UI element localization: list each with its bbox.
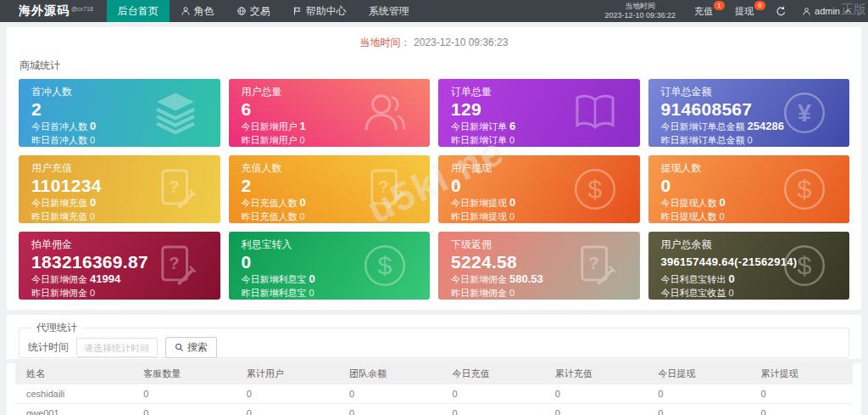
table-header-row: 姓名客服数量累计用户团队余额今日充值累计充值今日提现累计提现: [15, 363, 853, 384]
card-subline-label: 今日新增提现: [451, 198, 507, 208]
card-subline-value: 0: [90, 135, 95, 145]
dashboard-page: 海外源码 @cx718 后台首页角色交易帮助中心系统管理 当地时间 2023-1…: [0, 0, 868, 415]
local-time-value: 2023-12-10 09:36:23: [414, 36, 508, 48]
table-cell: 0: [647, 404, 749, 415]
column-header: 今日充值: [441, 363, 543, 384]
stat-card-用户充值[interactable]: 用户充值1101234今日新增充值0昨日新增充值0: [19, 155, 220, 223]
agent-panel: 代理统计 统计时间 搜索: [7, 315, 861, 359]
stats-cards-grid: 首冲人数2今日首冲人数0昨日首冲人数0用户总量6今日新增用户1昨日新增用户0订单…: [7, 79, 861, 300]
card-subline-value: 0: [729, 288, 734, 298]
agent-stats-table: 姓名客服数量累计用户团队余额今日充值累计充值今日提现累计提现 ceshidail…: [15, 363, 853, 415]
book-icon: [572, 90, 618, 136]
user-menu[interactable]: admin: [802, 6, 853, 16]
withdraw-link[interactable]: 提现 0: [735, 5, 754, 18]
doc-icon: [362, 166, 408, 212]
yen-icon: [782, 90, 827, 136]
card-subline-label: 昨日新增佣金: [31, 288, 87, 298]
table-row[interactable]: ceshidaili0000000: [15, 384, 853, 404]
card-subline-label: 昨日新增佣金: [451, 288, 507, 298]
card-subline-label: 今日新增订单: [451, 121, 507, 132]
card-subline-label: 今日新增佣金: [31, 274, 87, 284]
menu-item-交易[interactable]: 交易: [225, 0, 281, 22]
search-button-label: 搜索: [187, 340, 208, 355]
stat-card-提现人数[interactable]: 提现人数0今日提现人数0昨日提现人数0: [648, 155, 850, 223]
menu-item-帮助中心[interactable]: 帮助中心: [281, 0, 358, 22]
table-cell: 0: [236, 384, 338, 404]
table-cell: 0: [544, 384, 647, 404]
stat-card-下级返佣[interactable]: 下级返佣5224.58今日新增佣金580.53昨日新增佣金0: [438, 232, 640, 300]
flag-icon: [292, 6, 303, 16]
doc-icon: [572, 243, 618, 289]
card-subline-value: 0: [509, 288, 515, 298]
stat-card-充值人数[interactable]: 充值人数2今日充值人数0昨日充值人数0: [229, 155, 431, 223]
stat-time-input[interactable]: [76, 338, 158, 357]
card-subline-value: 0: [90, 120, 96, 132]
navbar-local-time-value: 2023-12-10 09:36:22: [604, 11, 676, 20]
chevron-up-icon: [843, 7, 853, 16]
menu-item-后台首页[interactable]: 后台首页: [107, 0, 170, 22]
table-cell: 0: [544, 404, 647, 415]
card-subline-value: 0: [729, 272, 735, 285]
local-time-bar: 当地时间： 2023-12-10 09:36:23: [7, 27, 861, 52]
top-navbar: 海外源码 @cx718 后台首页角色交易帮助中心系统管理 当地时间 2023-1…: [0, 0, 868, 22]
column-header: 累计用户: [236, 363, 338, 384]
table-cell: 0: [338, 404, 441, 415]
card-subline-label: 今日新增订单总金额: [661, 121, 745, 132]
stat-card-利息宝转入[interactable]: 利息宝转入0今日新增利息宝0昨日新增利息宝0: [229, 232, 431, 300]
card-subline-label: 昨日新增用户: [242, 135, 298, 145]
card-subline-label: 昨日充值人数: [242, 211, 298, 222]
card-subline-label: 昨日提现人数: [661, 211, 717, 222]
recharge-badge: 1: [714, 1, 725, 10]
main-content: 当地时间： 2023-12-10 09:36:23 商城统计 首冲人数2今日首冲…: [0, 27, 868, 415]
withdraw-label: 提现: [735, 6, 754, 16]
stat-card-订单总量[interactable]: 订单总量129今日新增订单6昨日新增订单0: [438, 79, 640, 147]
stat-card-订单总金额[interactable]: 订单总金额914608567今日新增订单总金额254286昨日新增订单总金额0: [648, 79, 850, 147]
card-subline-value: 0: [720, 196, 726, 209]
refresh-icon: [776, 6, 787, 17]
card-subline-value: 6: [509, 120, 515, 132]
stat-card-用户提现[interactable]: 用户提现0今日新增提现0昨日新增提现0: [438, 155, 640, 223]
card-subline-value: 0: [509, 196, 515, 209]
layers-icon: [153, 90, 198, 136]
menu-item-label: 帮助中心: [306, 4, 347, 19]
navbar-local-time: 当地时间 2023-12-10 09:36:22: [604, 2, 676, 21]
card-subline-label: 昨日新增提现: [451, 211, 507, 222]
card-subline-label: 今日新增用户: [242, 121, 298, 132]
stat-card-用户总余额[interactable]: 用户总余额396157449.64(-21562914)今日利息宝转出0今日利息…: [648, 232, 850, 300]
brand-logo[interactable]: 海外源码 @cx718: [0, 0, 107, 22]
table-cell: 0: [441, 404, 543, 415]
card-subline-value: 41994: [90, 272, 120, 285]
menu-item-角色[interactable]: 角色: [170, 0, 225, 22]
brand-sup: @cx718: [71, 6, 93, 12]
menu-item-label: 系统管理: [369, 4, 409, 19]
stat-card-拍单佣金[interactable]: 拍单佣金183216369.87今日新增佣金41994昨日新增佣金0: [19, 232, 220, 300]
brand-name: 海外源码: [19, 3, 70, 19]
stat-card-首冲人数[interactable]: 首冲人数2今日首冲人数0昨日首冲人数0: [19, 79, 220, 147]
column-header: 客服数量: [132, 363, 235, 384]
menu-item-label: 角色: [194, 4, 214, 19]
stat-card-用户总量[interactable]: 用户总量6今日新增用户1昨日新增用户0: [229, 79, 431, 147]
table-cell: 0: [647, 384, 749, 404]
dollar-icon: [782, 243, 827, 289]
card-subline-label: 昨日首冲人数: [31, 135, 87, 145]
search-button[interactable]: 搜索: [165, 337, 217, 358]
card-subline-value: 580.53: [509, 272, 543, 285]
user-avatar-icon: [802, 7, 811, 16]
card-subline-label: 今日新增充值: [31, 198, 87, 208]
recharge-link[interactable]: 充值 1: [694, 5, 713, 18]
user-icon: [362, 90, 408, 136]
main-menu: 后台首页角色交易帮助中心系统管理: [107, 0, 420, 22]
card-subline-label: 今日提现人数: [661, 198, 717, 208]
card-subline-label: 昨日新增订单总金额: [661, 135, 745, 145]
card-subline-value: 0: [90, 211, 95, 222]
card-subline-value: 0: [300, 135, 305, 145]
card-subline-value: 0: [300, 211, 305, 222]
stat-time-label: 统计时间: [28, 340, 69, 355]
column-header: 姓名: [15, 363, 132, 384]
agent-search-form: 统计时间 搜索: [28, 337, 840, 358]
refresh-button[interactable]: [776, 6, 787, 17]
card-subline-label: 昨日新增充值: [31, 211, 87, 222]
menu-item-系统管理[interactable]: 系统管理: [358, 0, 420, 22]
card-subline-value: 0: [90, 196, 96, 209]
table-row[interactable]: qwe0010000000: [15, 404, 853, 415]
